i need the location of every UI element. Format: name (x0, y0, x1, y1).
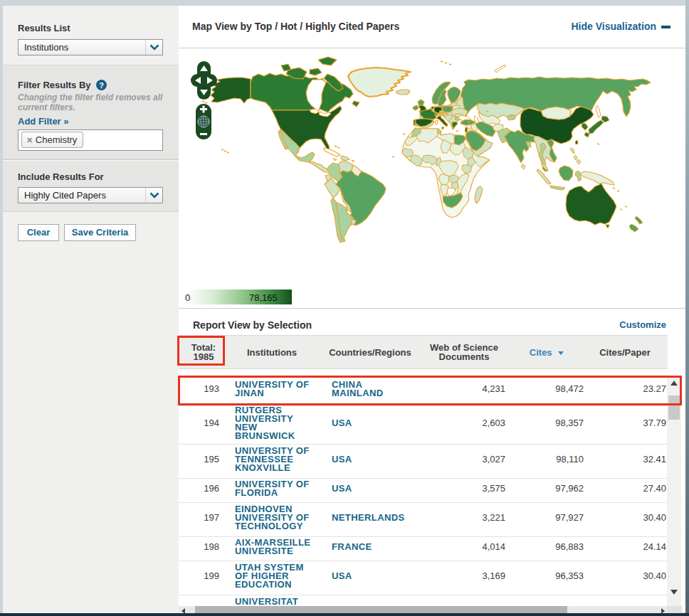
svg-text:78,165: 78,165 (249, 292, 278, 303)
svg-text:0: 0 (185, 292, 190, 303)
svg-text:?: ? (99, 81, 104, 90)
